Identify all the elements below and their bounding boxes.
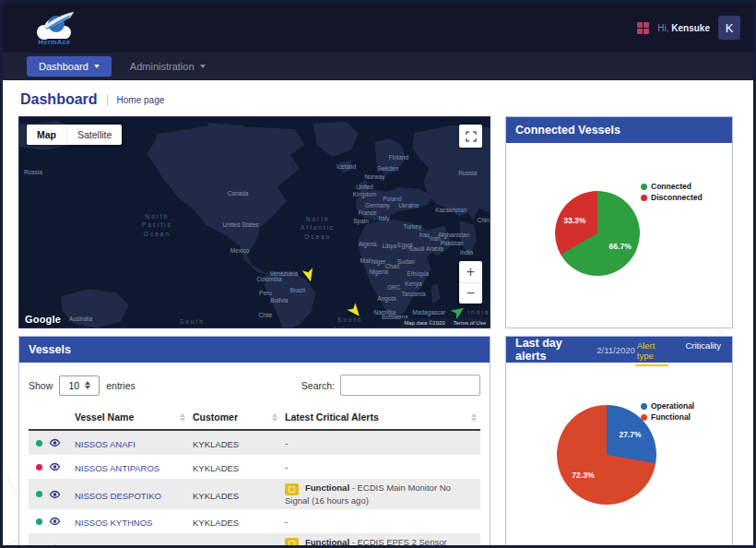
column-header[interactable]: Latest Critical Alerts	[281, 407, 480, 430]
app-logo[interactable]: HermAce	[27, 10, 82, 46]
entries-label: entries	[106, 380, 136, 391]
nav-administration[interactable]: Administration	[130, 61, 206, 72]
column-header[interactable]: Vessel Name	[71, 407, 189, 430]
pie-slice-label: 66.7%	[609, 242, 632, 251]
vessels-panel-title: Vessels	[29, 343, 71, 356]
legend-item: Connected	[641, 182, 703, 191]
vessel-name-link[interactable]: NISSOS RHENIA	[75, 545, 143, 548]
eye-icon[interactable]	[49, 490, 61, 499]
chevron-down-icon	[200, 65, 206, 68]
eye-icon[interactable]	[49, 438, 61, 447]
greeting-text: Hi, Kensuke	[657, 23, 710, 33]
vessel-name-link[interactable]: NISSOS ANAFI	[75, 439, 136, 449]
page-title: Dashboard	[20, 91, 98, 108]
cloud-logo-icon	[33, 10, 76, 40]
table-row[interactable]: NISSOS DESPOTIKOKYKLADESFunctional - ECD…	[29, 479, 480, 509]
pie-slice-label: 27.7%	[620, 430, 642, 439]
table-controls: Show 10 entries Search:	[29, 375, 480, 396]
avatar[interactable]: K	[718, 16, 740, 40]
last-day-alerts-legend: OperationalFunctional	[641, 401, 694, 422]
connected-vessels-pie: 66.7%33.3%	[555, 191, 640, 276]
pie-slice-label: 33.3%	[563, 216, 585, 225]
vessels-panel: Vessels Show 10 entries Search:	[18, 336, 490, 548]
fullscreen-icon	[466, 131, 477, 142]
vessel-marker-icon[interactable]	[301, 267, 316, 283]
map-zoom-control: + −	[459, 261, 482, 304]
app-window: HermAce Hi, Kensuke K Dashboard Administ…	[0, 0, 756, 548]
map-attribution: Map data ©2020 Terms of Use	[400, 318, 490, 328]
map-markers-layer	[19, 117, 490, 328]
customer-cell: KYKLADES	[193, 518, 239, 528]
zoom-in-button[interactable]: +	[459, 261, 482, 282]
vessel-name-link[interactable]: NISSOS ANTIPAROS	[75, 463, 159, 473]
zoom-out-button[interactable]: −	[459, 282, 482, 304]
table-row[interactable]: NISSOS ANAFIKYKLADES-	[29, 430, 480, 455]
tab-criticality[interactable]: Criticality	[683, 334, 723, 366]
map[interactable]: RussiaRussiaCanadaUnited StatesMexicoIce…	[18, 116, 490, 328]
search-input[interactable]	[340, 375, 480, 396]
map-type-control: Map Satellite	[27, 125, 122, 145]
alert-cell: Functional - ECDIS EPFS 2 Sensor Banned …	[281, 533, 480, 548]
sort-icon[interactable]	[272, 413, 278, 422]
alert-empty: -	[285, 438, 288, 448]
apps-grid-icon[interactable]	[637, 22, 649, 34]
pie-slice-label: 72.3%	[572, 471, 594, 480]
connected-vessels-header: Connected Vessels	[506, 117, 732, 143]
legend-item: Disconnected	[641, 193, 703, 202]
google-logo[interactable]: Google	[25, 314, 61, 325]
eye-icon[interactable]	[49, 517, 61, 526]
column-header[interactable]: Customer	[189, 407, 281, 430]
breadcrumb-subtitle: Home page	[117, 95, 165, 105]
chevron-down-icon	[94, 65, 100, 68]
spinner-icon	[85, 381, 90, 389]
user-area: Hi, Kensuke K	[637, 16, 740, 40]
content-area: Dashboard Home page	[3, 80, 753, 548]
page-size-select[interactable]: 10	[59, 375, 100, 396]
eye-icon[interactable]	[49, 544, 61, 548]
vessels-tbody: NISSOS ANAFIKYKLADES-NISSOS ANTIPAROSKYK…	[29, 430, 480, 548]
main-nav: Dashboard Administration	[3, 53, 753, 80]
customer-cell: KYKLADES	[193, 463, 239, 473]
terms-of-use-link[interactable]: Terms of Use	[450, 318, 490, 328]
last-day-alerts-title: Last day alerts	[515, 337, 590, 363]
map-data-text: Map data ©2020	[400, 318, 448, 328]
table-row[interactable]: NISSOS KYTHNOSKYKLADES-	[29, 509, 480, 533]
fullscreen-button[interactable]	[459, 125, 482, 148]
vessels-panel-header: Vessels	[19, 337, 490, 363]
vessel-name-link[interactable]: NISSOS DESPOTIKO	[75, 491, 161, 501]
search-label: Search:	[301, 380, 335, 391]
alerts-date: 2/11/2020	[597, 345, 635, 355]
map-type-satellite-button[interactable]: Satellite	[66, 125, 122, 145]
alert-cell: -	[281, 509, 480, 533]
nav-dashboard[interactable]: Dashboard	[27, 56, 112, 77]
connected-vessels-title: Connected Vessels	[515, 124, 620, 137]
connected-vessels-chart-area: 66.7%33.3% ConnectedDisconnected	[506, 143, 732, 328]
alert-type: Functional	[305, 537, 349, 547]
last-day-alerts-header: Last day alerts 2/11/2020 Alert type Cri…	[506, 337, 732, 363]
alert-cell: -	[281, 430, 480, 455]
tab-alert-type[interactable]: Alert type	[635, 334, 669, 366]
sort-icon[interactable]	[180, 413, 185, 422]
connected-vessels-legend: ConnectedDisconnected	[641, 182, 703, 202]
logo-text: HermAce	[38, 38, 70, 46]
status-dot	[36, 518, 42, 525]
legend-dot-icon	[641, 184, 647, 190]
map-type-map-button[interactable]: Map	[27, 125, 66, 145]
status-dot	[36, 464, 42, 471]
sort-icon[interactable]	[471, 413, 477, 422]
eye-icon[interactable]	[49, 462, 61, 471]
customer-cell: KYKLADES	[193, 491, 239, 501]
alert-badge-icon	[285, 538, 299, 548]
top-header: HermAce Hi, Kensuke K	[3, 3, 753, 53]
table-row[interactable]: NISSOS ANTIPAROSKYKLADES-	[29, 455, 480, 479]
customer-cell: KYKLADES	[193, 545, 239, 548]
vessel-name-link[interactable]: NISSOS KYTHNOS	[75, 518, 152, 528]
vessel-marker-icon[interactable]	[346, 302, 364, 320]
last-day-alerts-panel: Last day alerts 2/11/2020 Alert type Cri…	[505, 336, 733, 548]
table-row[interactable]: NISSOS RHENIAKYKLADESFunctional - ECDIS …	[29, 533, 480, 548]
last-day-alerts-chart-area: 27.7%72.3% OperationalFunctional	[506, 363, 732, 548]
user-name: Kensuke	[671, 23, 710, 33]
legend-item: Operational	[641, 401, 694, 411]
show-label: Show	[29, 380, 53, 391]
legend-item: Functional	[641, 412, 694, 422]
